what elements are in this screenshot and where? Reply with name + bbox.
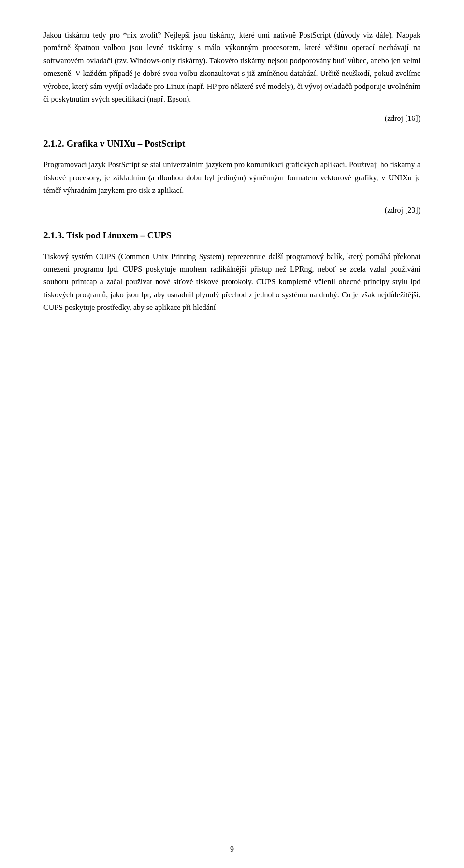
- intro-paragraph: Jakou tiskárnu tedy pro *nix zvolit? Nej…: [44, 29, 420, 105]
- page: Jakou tiskárnu tedy pro *nix zvolit? Nej…: [0, 0, 464, 868]
- section-212-paragraph: Programovací jazyk PostScript se stal un…: [44, 159, 420, 197]
- section-213-paragraph: Tiskový systém CUPS (Common Unix Printin…: [44, 250, 420, 314]
- citation-1: (zdroj [16]): [44, 114, 420, 123]
- page-number: 9: [230, 845, 234, 853]
- citation-2: (zdroj [23]): [44, 206, 420, 215]
- section-212-heading: 2.1.2. Grafika v UNIXu – PostScript: [44, 138, 420, 149]
- section-213-heading: 2.1.3. Tisk pod Linuxem – CUPS: [44, 230, 420, 241]
